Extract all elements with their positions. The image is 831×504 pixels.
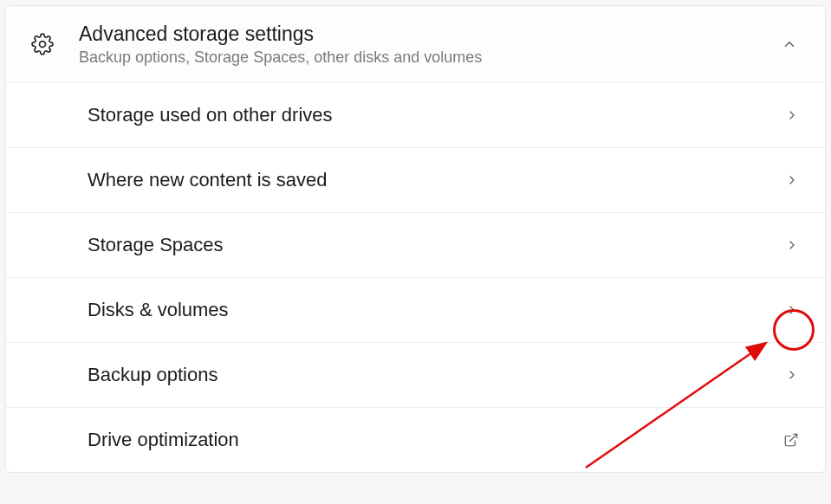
item-storage-other-drives[interactable]: Storage used on other drives <box>6 83 825 148</box>
chevron-right-icon <box>785 303 799 317</box>
item-label: Storage used on other drives <box>88 104 785 126</box>
svg-line-1 <box>790 434 797 441</box>
item-label: Storage Spaces <box>88 234 785 256</box>
advanced-storage-header[interactable]: Advanced storage settings Backup options… <box>6 6 825 83</box>
chevron-up-icon <box>778 33 801 55</box>
item-label: Backup options <box>88 364 785 386</box>
header-text: Advanced storage settings Backup options… <box>79 22 778 67</box>
chevron-right-icon <box>785 173 799 187</box>
item-label: Disks & volumes <box>88 299 785 321</box>
advanced-storage-panel: Advanced storage settings Backup options… <box>5 5 826 473</box>
item-label: Where new content is saved <box>88 169 785 191</box>
header-subtitle: Backup options, Storage Spaces, other di… <box>79 48 778 67</box>
svg-point-0 <box>40 41 46 47</box>
chevron-right-icon <box>785 368 799 382</box>
item-drive-optimization[interactable]: Drive optimization <box>6 408 825 472</box>
item-disks-volumes[interactable]: Disks & volumes <box>6 278 825 343</box>
header-title: Advanced storage settings <box>79 22 778 47</box>
chevron-right-icon <box>785 238 799 252</box>
item-label: Drive optimization <box>88 429 783 451</box>
gear-icon <box>30 32 55 56</box>
item-storage-spaces[interactable]: Storage Spaces <box>6 213 825 278</box>
item-backup-options[interactable]: Backup options <box>6 343 825 408</box>
chevron-right-icon <box>785 108 799 122</box>
external-link-icon <box>783 432 799 448</box>
item-new-content-saved[interactable]: Where new content is saved <box>6 148 825 213</box>
